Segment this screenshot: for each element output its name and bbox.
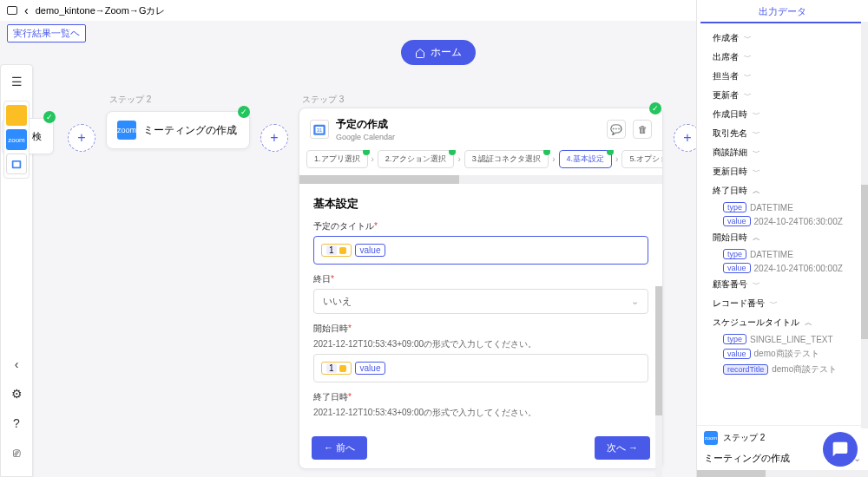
end-label: 終了日時*: [313, 391, 648, 403]
google-calendar-icon[interactable]: [6, 154, 27, 174]
step2-success-icon: ✓: [238, 106, 250, 118]
chevron-up-icon: ︿: [753, 232, 760, 244]
data-field-row[interactable]: 更新日時﹀: [704, 162, 861, 181]
right-panel: 出力データ 作成者﹀出席者﹀担当者﹀更新者﹀作成日時﹀取引先名﹀商談詳細﹀更新日…: [696, 0, 868, 477]
add-step-1-2-button[interactable]: +: [68, 124, 95, 152]
title-input[interactable]: 1 value: [313, 236, 648, 265]
data-field-row[interactable]: 作成者﹀: [704, 29, 861, 48]
back-chevron-icon[interactable]: ‹: [24, 3, 29, 17]
data-kind-pill[interactable]: value: [723, 216, 751, 226]
data-field-label: 顧客番号: [713, 278, 747, 291]
step3-tab-4[interactable]: 4.基本設定: [559, 150, 613, 168]
app-icon-strip: zoom: [3, 101, 30, 179]
success-dot-icon: [449, 150, 456, 155]
data-field-row[interactable]: 担当者﹀: [704, 67, 861, 86]
step3-tab-5[interactable]: 5.オプション: [621, 150, 662, 168]
step2-card[interactable]: zoom ミーティングの作成: [106, 111, 250, 149]
zoom-icon[interactable]: zoom: [6, 129, 27, 150]
search-label: 検: [32, 130, 42, 143]
chevron-down-icon: ﹀: [753, 128, 760, 140]
data-kind-pill[interactable]: type: [723, 334, 746, 344]
chat-icon: [832, 441, 849, 458]
token-value-pill[interactable]: value: [355, 244, 386, 257]
data-field-row[interactable]: 取引先名﹀: [704, 124, 861, 143]
start-input[interactable]: 1 value: [313, 354, 648, 382]
svg-text:31: 31: [317, 127, 323, 133]
help-icon[interactable]: ?: [7, 414, 26, 433]
token-value-pill[interactable]: value: [355, 362, 386, 375]
data-field-row[interactable]: 開始日時︿: [704, 228, 861, 247]
delete-icon[interactable]: 🗑: [633, 120, 652, 139]
data-field-row[interactable]: レコード番号﹀: [704, 294, 861, 313]
data-subfield-row[interactable]: valuedemo商談テスト: [704, 346, 861, 362]
success-dot-icon: [363, 150, 370, 155]
data-subfield-row[interactable]: typeSINGLE_LINE_TEXT: [704, 332, 861, 346]
data-subfield-row[interactable]: value2024-10-24T06:30:00Z: [704, 214, 861, 228]
data-subfield-value: demo商談テスト: [772, 363, 837, 376]
panel-icon[interactable]: ⎚: [7, 443, 26, 462]
collapse-chevron-icon[interactable]: ‹: [7, 355, 26, 374]
data-field-label: レコード番号: [713, 297, 765, 310]
data-kind-pill[interactable]: type: [723, 202, 746, 212]
data-kind-pill[interactable]: value: [723, 349, 751, 359]
chevron-up-icon: ︿: [753, 186, 760, 197]
chevron-right-icon: ›: [457, 154, 460, 164]
chevron-down-icon: ﹀: [770, 298, 778, 310]
next-button[interactable]: 次へ →: [595, 436, 650, 460]
start-label: 開始日時*: [313, 323, 648, 335]
step3-tabs: 1.アプリ選択›2.アクション選択›3.認証コネクタ選択›4.基本設定›5.オプ…: [299, 150, 662, 175]
output-data-content: 作成者﹀出席者﹀担当者﹀更新者﹀作成日時﹀取引先名﹀商談詳細﹀更新日時﹀終了日時…: [697, 23, 868, 425]
chevron-down-icon: ﹀: [753, 167, 760, 178]
back-button[interactable]: ← 前へ: [312, 436, 367, 460]
add-step-2-3-button[interactable]: +: [260, 124, 288, 152]
data-field-label: 商談詳細: [713, 147, 747, 159]
list-icon[interactable]: ☰: [7, 72, 26, 91]
comment-icon[interactable]: 💬: [607, 120, 626, 139]
data-subfield-row[interactable]: recordTitledemo商談テスト: [704, 362, 861, 377]
data-field-row[interactable]: 顧客番号﹀: [704, 275, 861, 294]
data-field-row[interactable]: 終了日時︿: [704, 181, 861, 200]
data-subfield-value: DATETIME: [750, 250, 793, 259]
data-field-row[interactable]: 作成日時﹀: [704, 105, 861, 124]
form-vertical-scrollbar[interactable]: [655, 286, 662, 477]
chevron-down-icon: ﹀: [753, 279, 760, 291]
token-step-pill[interactable]: 1: [321, 244, 352, 257]
data-subfield-row[interactable]: value2024-10-24T06:00:00Z: [704, 261, 861, 275]
step3-tab-1[interactable]: 1.アプリ選択: [306, 150, 368, 168]
chevron-down-icon: ﹀: [744, 71, 752, 82]
output-data-tab[interactable]: 出力データ: [700, 0, 865, 23]
success-dot-icon: [607, 150, 614, 155]
zoom-icon: zoom: [117, 121, 136, 140]
data-subfield-row[interactable]: typeDATETIME: [704, 200, 861, 214]
data-field-row[interactable]: スケジュールタイトル︿: [704, 313, 861, 332]
tabs-horizontal-scrollbar[interactable]: [299, 175, 662, 184]
step3-subtitle: Google Calendar: [336, 133, 395, 141]
step2-badge: ステップ 2: [109, 94, 151, 106]
results-list-link[interactable]: 実行結果一覧ヘ: [7, 24, 86, 42]
data-field-label: 取引先名: [713, 127, 747, 140]
data-kind-pill[interactable]: type: [723, 249, 746, 259]
step3-badge: ステップ 3: [302, 94, 344, 106]
data-field-row[interactable]: 出席者﹀: [704, 48, 861, 67]
data-kind-pill[interactable]: value: [723, 263, 751, 273]
step3-tab-3[interactable]: 3.認証コネクタ選択: [464, 150, 549, 168]
allday-select[interactable]: いいえ ⌄: [313, 289, 648, 314]
chat-fab[interactable]: [823, 432, 858, 467]
home-button[interactable]: ホーム: [401, 40, 476, 65]
data-field-row[interactable]: 商談詳細﹀: [704, 143, 861, 162]
data-field-label: 出席者: [713, 51, 739, 63]
zoom-icon: zoom: [704, 431, 718, 445]
token-step-pill[interactable]: 1: [321, 362, 352, 375]
right-vertical-scrollbar[interactable]: [861, 22, 868, 428]
right-step2-label: ステップ 2: [723, 432, 765, 444]
kintone-icon[interactable]: [6, 105, 27, 126]
data-kind-pill[interactable]: recordTitle: [723, 364, 768, 375]
data-subfield-value: 2024-10-24T06:00:00Z: [754, 264, 843, 273]
google-calendar-icon: 31: [310, 120, 329, 139]
data-field-row[interactable]: 更新者﹀: [704, 86, 861, 105]
settings-gear-icon[interactable]: ⚙: [7, 384, 26, 403]
chevron-right-icon: ›: [615, 154, 618, 164]
right-horizontal-scrollbar[interactable]: [697, 470, 868, 477]
data-subfield-row[interactable]: typeDATETIME: [704, 247, 861, 261]
step3-tab-2[interactable]: 2.アクション選択: [378, 150, 455, 168]
